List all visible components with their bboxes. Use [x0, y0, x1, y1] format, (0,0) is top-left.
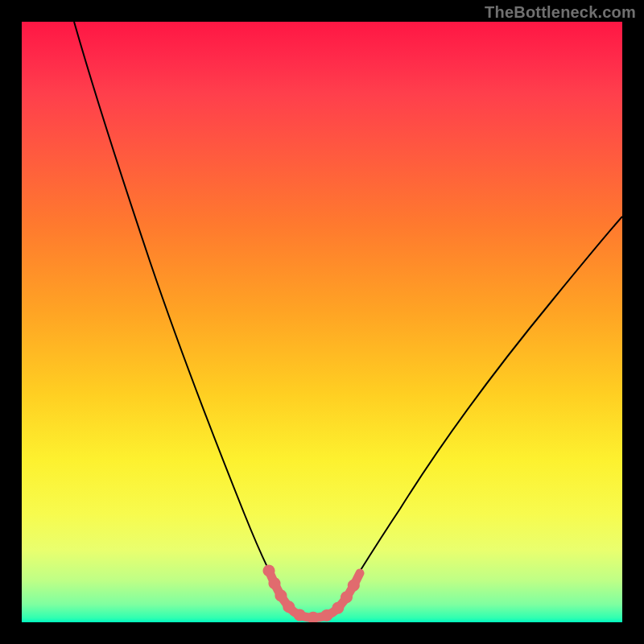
curve-layer	[22, 22, 622, 622]
watermark-text: TheBottleneck.com	[485, 3, 636, 22]
left-curve	[74, 22, 287, 601]
right-curve	[341, 217, 622, 601]
pink-u-fill	[269, 571, 360, 617]
plot-area	[22, 22, 622, 622]
chart-frame: TheBottleneck.com	[0, 0, 644, 644]
